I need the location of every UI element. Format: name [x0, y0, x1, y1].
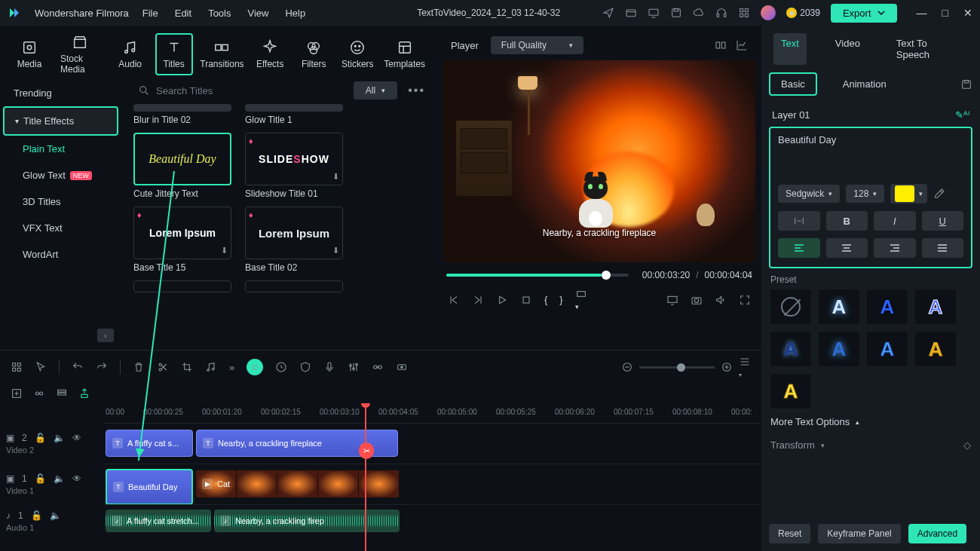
- play-button[interactable]: [496, 294, 508, 306]
- marker-icon[interactable]: [78, 387, 90, 399]
- tab-stickers[interactable]: Stickers: [338, 35, 376, 74]
- fullscreen-button[interactable]: [739, 294, 751, 306]
- lock-icon[interactable]: 🔓: [31, 510, 42, 521]
- chart-icon[interactable]: [736, 39, 748, 51]
- bold-button[interactable]: B: [826, 211, 868, 231]
- eye-icon[interactable]: 👁: [72, 473, 81, 484]
- eye-icon[interactable]: 👁: [72, 433, 81, 443]
- mixer-icon[interactable]: [348, 361, 360, 373]
- track-header-video2[interactable]: ▣2🔓🔈👁 Video 2: [0, 423, 104, 464]
- split-button[interactable]: [157, 361, 169, 373]
- spacing-button[interactable]: [778, 211, 820, 231]
- more-text-options[interactable]: More Text Options▴: [769, 409, 972, 435]
- timeline-ruler[interactable]: 00:00 00:00:00:25 00:00:01:20 00:00:02:1…: [104, 403, 761, 423]
- undo-button[interactable]: [72, 361, 84, 373]
- tab-stock-media[interactable]: Stock Media: [54, 29, 106, 79]
- align-right-button[interactable]: [874, 238, 916, 258]
- clip-audio-b[interactable]: ♪Nearby, a crackling firep: [214, 510, 400, 532]
- mark-out-button[interactable]: }: [559, 294, 562, 305]
- apps-icon[interactable]: [738, 7, 750, 19]
- link-tracks-icon[interactable]: [33, 387, 45, 399]
- download-icon[interactable]: ⬇: [221, 246, 228, 256]
- font-size-dropdown[interactable]: 128▾: [846, 185, 884, 203]
- select-tool[interactable]: [35, 361, 47, 373]
- export-button[interactable]: Export: [831, 4, 897, 23]
- avatar[interactable]: [761, 5, 776, 20]
- align-center-button[interactable]: [826, 238, 868, 258]
- track-add-icon[interactable]: [11, 387, 23, 399]
- volume-button[interactable]: [715, 294, 727, 306]
- tab-transitions[interactable]: Transitions: [199, 35, 246, 74]
- folder-icon[interactable]: [625, 7, 637, 19]
- more-icon[interactable]: •••: [405, 84, 428, 97]
- clip-beautiful-day[interactable]: TBeautiful Day: [106, 469, 193, 505]
- mic-button[interactable]: [323, 361, 335, 373]
- reset-button[interactable]: Reset: [769, 524, 810, 543]
- title-card-base-15[interactable]: ♦Lorem Ipsum⬇Base Title 15: [133, 207, 231, 273]
- search-input[interactable]: Search Titles: [133, 81, 346, 99]
- subtab-animation[interactable]: Animation: [832, 74, 897, 94]
- ai-button[interactable]: ☺: [247, 359, 263, 375]
- close-button[interactable]: ✕: [963, 7, 972, 19]
- italic-button[interactable]: I: [874, 211, 916, 231]
- snapshot-button[interactable]: [691, 294, 703, 306]
- rtab-tts[interactable]: Text To Speech: [889, 33, 968, 65]
- mute-icon[interactable]: 🔈: [50, 510, 61, 521]
- marker-list-icon[interactable]: [56, 387, 68, 399]
- tab-effects[interactable]: Effects: [251, 35, 289, 74]
- tab-audio[interactable]: Audio: [112, 35, 149, 74]
- cat-wordart[interactable]: WordArt: [12, 241, 118, 268]
- speed-icon[interactable]: [275, 361, 287, 373]
- music-edit-icon[interactable]: [205, 361, 217, 373]
- preset-item[interactable]: A: [867, 332, 908, 366]
- preset-item[interactable]: A: [915, 289, 956, 324]
- compare-icon[interactable]: [715, 39, 727, 51]
- track-video2[interactable]: TA fluffy cat s... TNearby, a crackling …: [104, 423, 761, 464]
- crop-button[interactable]: [181, 361, 193, 373]
- title-card[interactable]: Glow Title 1: [245, 104, 343, 125]
- preset-item[interactable]: A: [819, 289, 859, 324]
- font-color-picker[interactable]: ▾: [890, 184, 927, 204]
- tab-media[interactable]: Media: [11, 35, 48, 74]
- maximize-button[interactable]: □: [942, 7, 948, 19]
- delete-button[interactable]: [133, 361, 145, 373]
- track-header-audio1[interactable]: ♪1🔓🔈 Audio 1: [0, 504, 104, 537]
- save-icon[interactable]: [670, 7, 682, 19]
- headphones-icon[interactable]: [715, 7, 727, 19]
- cat-3d-titles[interactable]: 3D Titles: [12, 188, 118, 215]
- zoom-slider[interactable]: [639, 366, 715, 369]
- text-content-input[interactable]: Beautiful Day: [778, 134, 963, 176]
- cat-title-effects[interactable]: ▾Title Effects: [3, 106, 118, 136]
- preset-item[interactable]: A: [770, 332, 811, 366]
- more-tools[interactable]: »: [229, 362, 234, 373]
- align-left-button[interactable]: [778, 238, 820, 258]
- coins[interactable]: ●2039: [786, 8, 820, 18]
- redo-button[interactable]: [96, 361, 108, 373]
- clip-cat-video[interactable]: ▶Cat: [196, 470, 400, 497]
- download-icon[interactable]: ⬇: [332, 246, 339, 256]
- display-icon[interactable]: [666, 294, 678, 306]
- stop-button[interactable]: [520, 294, 532, 306]
- ai-edit-icon[interactable]: ✎ᴬᴵ: [955, 109, 969, 121]
- shield-icon[interactable]: [299, 361, 311, 373]
- next-frame-button[interactable]: [472, 294, 484, 306]
- subtab-basic[interactable]: Basic: [769, 72, 817, 96]
- filter-all-dropdown[interactable]: All▾: [354, 81, 397, 99]
- preset-item[interactable]: A: [915, 332, 956, 366]
- cat-vfx-text[interactable]: VFX Text: [12, 215, 118, 241]
- quality-dropdown[interactable]: Full Quality▾: [491, 36, 583, 54]
- font-family-dropdown[interactable]: Sedgwick▾: [778, 185, 840, 203]
- zoom-menu[interactable]: ▾: [739, 356, 751, 379]
- send-icon[interactable]: [602, 7, 614, 19]
- menu-edit[interactable]: Edit: [175, 8, 191, 19]
- zoom-out-button[interactable]: [621, 361, 633, 373]
- preset-none[interactable]: [770, 289, 811, 324]
- clip-audio-a[interactable]: ♪A fluffy cat stretch...: [106, 510, 211, 532]
- title-card-base-02[interactable]: ♦Lorem Ipsum⬇Base Title 02: [245, 207, 343, 273]
- collapse-sidebar-button[interactable]: ‹: [97, 329, 114, 342]
- ratio-icon[interactable]: ▾: [575, 288, 587, 311]
- transform-section[interactable]: Transform▾◇: [769, 435, 972, 455]
- tab-templates[interactable]: Templates: [382, 35, 427, 74]
- track-video1[interactable]: TBeautiful Day ▶Cat: [104, 464, 761, 504]
- track-audio1[interactable]: ♪A fluffy cat stretch... ♪Nearby, a crac…: [104, 504, 761, 537]
